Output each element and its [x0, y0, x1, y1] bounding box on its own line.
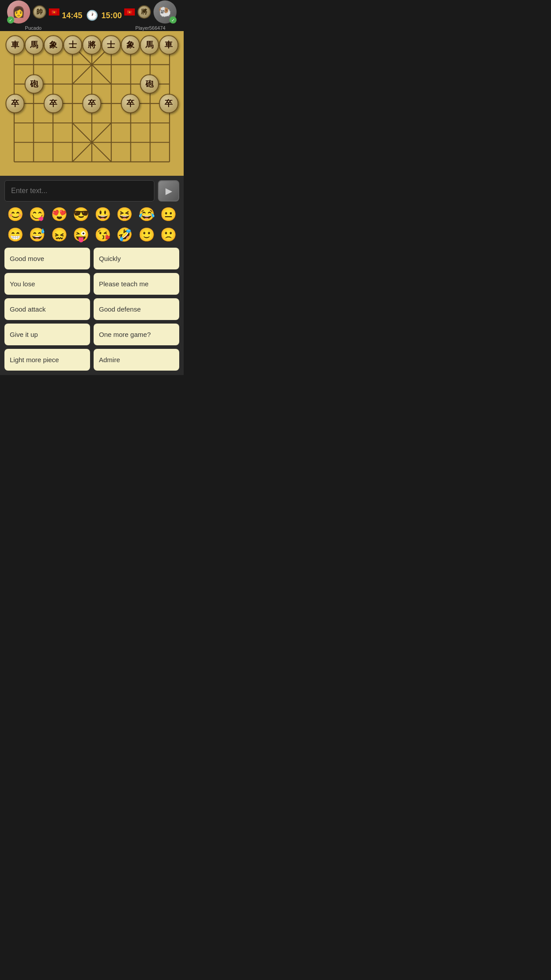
player2-name: Player566474: [135, 25, 165, 31]
emoji-row-2: 😁😅😖😜😘🤣🙂🙁: [4, 226, 179, 243]
phrase-btn-one-more-game[interactable]: One more game?: [94, 324, 179, 345]
phrase-btn-good-defense[interactable]: Good defense: [94, 298, 179, 320]
phrase-btn-give-it-up[interactable]: Give it up: [4, 324, 90, 345]
emoji-btn-7[interactable]: 😐: [158, 206, 178, 223]
chess-piece-士[interactable]: 士: [63, 36, 82, 55]
chess-piece-卒[interactable]: 卒: [121, 94, 140, 113]
phrase-btn-good-move[interactable]: Good move: [4, 248, 90, 269]
emoji-btn-r2-0[interactable]: 😁: [5, 226, 25, 243]
emoji-btn-3[interactable]: 😎: [71, 206, 91, 223]
emoji-btn-r2-6[interactable]: 🙂: [137, 226, 157, 243]
timer-area: 14:45 🕐 15:00: [62, 10, 122, 21]
player1-timer: 14:45: [62, 11, 82, 20]
emoji-btn-6[interactable]: 😂: [137, 206, 157, 223]
emoji-btn-r2-7[interactable]: 🙁: [158, 226, 178, 243]
chess-piece-象[interactable]: 象: [121, 36, 140, 55]
chat-area: ▶ 😊😋😍😎😃😆😂😐 😁😅😖😜😘🤣🙂🙁 Good moveQuicklyYou …: [0, 176, 184, 375]
emoji-btn-0[interactable]: 😊: [5, 206, 25, 223]
phrase-btn-you-lose[interactable]: You lose: [4, 273, 90, 295]
phrase-btn-light-more-piece[interactable]: Light more piece: [4, 349, 90, 371]
emoji-btn-r2-5[interactable]: 🤣: [114, 226, 134, 243]
emoji-row-1: 😊😋😍😎😃😆😂😐: [4, 206, 179, 223]
phrase-btn-good-attack[interactable]: Good attack: [4, 298, 90, 320]
emoji-btn-4[interactable]: 😃: [93, 206, 113, 223]
chess-piece-象[interactable]: 象: [44, 36, 63, 55]
chess-piece-士[interactable]: 士: [102, 36, 121, 55]
chess-piece-卒[interactable]: 卒: [5, 94, 24, 113]
emoji-btn-1[interactable]: 😋: [27, 206, 47, 223]
phrase-btn-please-teach-me[interactable]: Please teach me: [94, 273, 179, 295]
phrases-grid: Good moveQuicklyYou losePlease teach meG…: [4, 248, 179, 371]
clock-icon: 🕐: [86, 10, 98, 21]
chess-piece-馬[interactable]: 馬: [140, 36, 159, 55]
player1-name: Pucado: [25, 25, 41, 31]
chess-piece-車[interactable]: 車: [5, 36, 24, 55]
chess-piece-砲[interactable]: 砲: [140, 75, 159, 94]
emoji-btn-2[interactable]: 😍: [49, 206, 69, 223]
board-container: 車馬象士將士象馬車砲砲卒卒卒卒卒: [0, 31, 184, 176]
chess-piece-將[interactable]: 將: [82, 36, 101, 55]
emoji-btn-r2-4[interactable]: 😘: [93, 226, 113, 243]
player2-avatar: 🐏 ✓: [153, 0, 177, 24]
send-icon: ▶: [165, 186, 172, 196]
chess-piece-車[interactable]: 車: [159, 36, 178, 55]
emoji-btn-r2-2[interactable]: 😖: [49, 226, 69, 243]
text-input-row: ▶: [4, 180, 179, 202]
chess-piece-卒[interactable]: 卒: [82, 94, 101, 113]
player2-ready-badge: ✓: [169, 16, 177, 24]
player1-piece-badge: 帥: [33, 5, 46, 19]
player2-flag: 🇻🇳: [124, 8, 135, 16]
player1-ready-badge: ✓: [7, 16, 14, 24]
phrase-btn-quickly[interactable]: Quickly: [94, 248, 179, 269]
emoji-btn-r2-1[interactable]: 😅: [27, 226, 47, 243]
send-button[interactable]: ▶: [158, 180, 179, 202]
phrase-btn-admire[interactable]: Admire: [94, 349, 179, 371]
chess-piece-砲[interactable]: 砲: [24, 75, 43, 94]
emoji-btn-5[interactable]: 😆: [114, 206, 134, 223]
chess-piece-卒[interactable]: 卒: [44, 94, 63, 113]
player2-timer: 15:00: [102, 11, 122, 20]
chat-input[interactable]: [4, 180, 154, 202]
player1-flag: 🇻🇳: [49, 8, 59, 16]
chess-board[interactable]: 車馬象士將士象馬車砲砲卒卒卒卒卒: [4, 36, 179, 171]
emoji-btn-r2-3[interactable]: 😜: [71, 226, 91, 243]
player2-piece-badge: 將: [138, 5, 151, 19]
player1-avatar: 👩 ✓: [7, 0, 30, 24]
game-header: 👩 ✓ 帥 🇻🇳 Pucado 14:45 🕐 15:00 🇻🇳 將 🐏 ✓ P…: [0, 0, 184, 31]
chess-piece-馬[interactable]: 馬: [24, 36, 43, 55]
chess-piece-卒[interactable]: 卒: [159, 94, 178, 113]
